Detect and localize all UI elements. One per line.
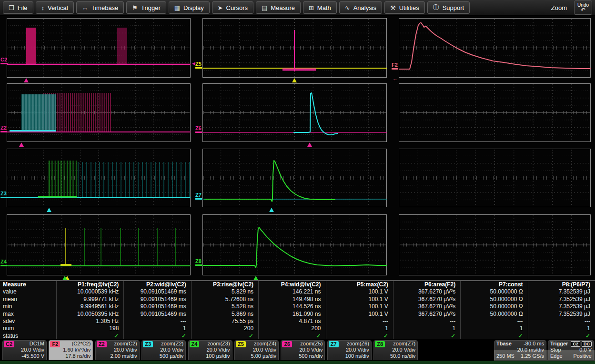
waveform-panel-r1c1[interactable] xyxy=(7,18,191,78)
trace-label-z5: Z5 xyxy=(195,61,202,69)
measure-column-header[interactable]: P1:freq@lv(C2) xyxy=(56,281,123,288)
status-check-icon: ✓ xyxy=(56,333,123,340)
measure-cell: --- xyxy=(528,318,595,325)
channel-descriptor-z2[interactable]: Z2zoom(C2)20.0 V/div2.00 ms/div xyxy=(95,340,140,360)
measure-cell: 1 xyxy=(460,325,527,332)
measure-cell: 90.091051469 ms xyxy=(123,311,191,318)
channel-descriptor-z4[interactable]: Z4zoom(Z3)20.0 V/div100 µs/div xyxy=(188,340,232,360)
measure-column-header[interactable]: P6:area(F2) xyxy=(393,281,460,288)
waveform-panel-r2c2[interactable] xyxy=(202,83,387,142)
channel-descriptor-z3[interactable]: Z3zoom(Z2)20.0 V/div500 µs/div xyxy=(141,340,186,360)
menu-button-label: Measure xyxy=(271,4,295,11)
measure-cell: 10.0050395 kHz xyxy=(56,311,123,318)
zoom-position-marker[interactable] xyxy=(292,78,297,82)
descriptor-vertical-scale: 20.0 V/div xyxy=(3,347,46,353)
waveform-panel-r3c1[interactable] xyxy=(7,149,191,207)
measure-cell: 367.6270 µV²s xyxy=(393,288,460,295)
menu-button-label: Utilities xyxy=(399,4,419,11)
measure-cell: 200 xyxy=(258,325,325,332)
measure-column-header[interactable]: P5:max(C2) xyxy=(326,281,393,288)
zoom-position-marker[interactable] xyxy=(62,276,67,280)
undo-button[interactable]: Undo ↶ xyxy=(574,0,592,15)
menu-button-measure[interactable]: ▤Measure xyxy=(256,1,301,14)
measure-cell: 50.000000 Ω xyxy=(460,311,527,318)
zoom-position-marker[interactable] xyxy=(253,276,258,280)
channel-descriptor-z5[interactable]: Z5zoom(Z4)20.0 V/div5.00 µs/div xyxy=(234,340,279,360)
channel-descriptor-z7[interactable]: Z7zoom(Z6)20.0 V/div100 ns/div xyxy=(327,340,372,360)
tbase-title: Tbase xyxy=(496,341,512,347)
trace-label-z2: Z2 xyxy=(0,125,7,132)
channel-badge-z7: Z7 xyxy=(329,341,339,347)
measure-cell: --- xyxy=(326,318,393,325)
menu-items: ❒File↕Vertical↔Timebase⚑Trigger▦Display➤… xyxy=(3,1,470,14)
menu-button-label: Cursors xyxy=(226,4,248,11)
menu-button-display[interactable]: ▦Display xyxy=(169,1,210,14)
zoom-position-marker[interactable] xyxy=(19,142,24,147)
waveform-panel-r4c3[interactable] xyxy=(399,214,591,275)
trigger-level-marker[interactable]: ◄ xyxy=(191,61,196,66)
waveform-panel-r4c1[interactable] xyxy=(7,214,191,275)
waveform-panel-r1c2[interactable] xyxy=(202,18,387,78)
channel-badge-c2: C2 xyxy=(4,341,14,347)
menu-button-file[interactable]: ❒File xyxy=(3,1,33,14)
trace-label-z8: Z8 xyxy=(195,259,202,266)
descriptor-horizontal-scale: 500 ns/div xyxy=(281,353,324,359)
tbase-offset: -80.0 ms xyxy=(524,341,544,347)
measure-column-header[interactable]: P7:const xyxy=(460,281,527,288)
menu-button-utilities[interactable]: ⚒Utilities xyxy=(384,1,425,14)
descriptor-vertical-scale: 20.0 V/div xyxy=(235,347,278,353)
measure-column-header[interactable]: P4:wid@lv(C2) xyxy=(258,281,325,288)
timebase-icon: ↔ xyxy=(82,4,88,11)
menu-button-label: File xyxy=(18,4,28,11)
trigger-mode: Stop xyxy=(550,347,561,353)
waveform-panel-r4c2[interactable] xyxy=(202,214,387,275)
channel-badge-z6: Z6 xyxy=(282,341,292,347)
measure-cell: 9.999771 kHz xyxy=(56,296,123,303)
waveform-panel-r2c1[interactable] xyxy=(7,83,191,142)
zoom-position-marker[interactable] xyxy=(47,208,51,212)
channel-descriptor-f2[interactable]: F2(C2*C2)1.60 kV²/div17.8 ns/div xyxy=(49,340,93,360)
descriptor-vertical-scale: 1.60 kV²/div xyxy=(49,347,92,353)
menu-button-trigger[interactable]: ⚑Trigger xyxy=(126,1,166,14)
menu-button-analysis[interactable]: ∿Analysis xyxy=(339,1,382,14)
measure-cell: 100.1 V xyxy=(326,288,393,295)
menu-button-label: Vertical xyxy=(48,4,68,11)
measure-cell: --- xyxy=(123,318,191,325)
channel-descriptor-z6[interactable]: Z6zoom(Z5)20.0 V/div500 ns/div xyxy=(281,340,325,360)
measure-column-header[interactable]: P3:rise@lv(C2) xyxy=(191,281,258,288)
timebase-descriptor[interactable]: Tbase -80.0 ms 20.0 ms/div 250 MS 1.25 G… xyxy=(494,340,546,360)
trigger-level: 0.0 V xyxy=(579,347,592,353)
measure-column-header[interactable]: P2:wid@lv(C2) xyxy=(123,281,191,288)
channel-descriptor-c2[interactable]: C2DC1M20.0 V/div-45.500 V xyxy=(2,340,47,360)
descriptor-vertical-scale: 20.0 V/div xyxy=(142,347,185,353)
menu-button-support[interactable]: ⓘSupport xyxy=(427,1,470,14)
zoom-position-marker[interactable] xyxy=(24,78,29,82)
tbase-rate: 1.25 GS/s xyxy=(521,353,544,359)
descriptor-horizontal-scale: -45.500 V xyxy=(3,353,46,359)
vertical-icon: ↕ xyxy=(41,4,45,11)
waveform-panel-r3c2[interactable] xyxy=(202,149,387,207)
waveform-panel-r3c3[interactable] xyxy=(399,149,591,207)
measure-cell: 50.000000 Ω xyxy=(460,296,527,303)
trace-label-c2: C2 xyxy=(0,57,8,64)
measure-cell: 10.0000539 kHz xyxy=(56,288,123,295)
zoom-position-marker[interactable] xyxy=(269,208,274,212)
zoom-position-marker[interactable] xyxy=(307,142,312,147)
waveform-panel-r2c3[interactable] xyxy=(399,83,591,142)
measure-cell: 1 xyxy=(393,325,460,332)
trace-label-f2: F2 xyxy=(392,62,398,70)
menu-button-timebase[interactable]: ↔Timebase xyxy=(76,1,124,14)
menu-button-cursors[interactable]: ➤Cursors xyxy=(212,1,253,14)
channel-descriptor-z8[interactable]: Z8zoom(Z7)20.0 V/div50.0 ns/div xyxy=(373,340,418,360)
measure-cell: 75.55 ps xyxy=(191,318,258,325)
trigger-descriptor[interactable]: Trigger C2 DC Stop 0.0 V Edge Positive xyxy=(548,340,594,360)
trace-label-z4: Z4 xyxy=(0,259,7,266)
menu-button-label: Timebase xyxy=(91,4,119,11)
waveform-panel-r1c3[interactable] xyxy=(399,18,591,78)
menu-button-math[interactable]: ⊞Math xyxy=(303,1,337,14)
menu-button-vertical[interactable]: ↕Vertical xyxy=(36,1,74,14)
offset-marker[interactable]: ← xyxy=(393,76,398,81)
tbase-samples: 250 MS xyxy=(496,353,514,359)
measure-column-header[interactable]: P8:(P6/P7) xyxy=(528,281,595,288)
bottom-edge xyxy=(0,361,595,364)
